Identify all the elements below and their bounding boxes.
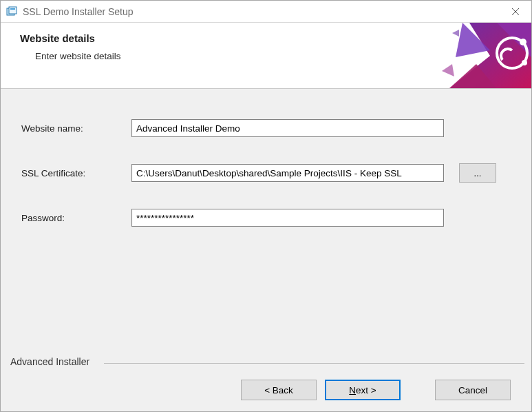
wizard-footer: Advanced Installer < Back Next > Cancel xyxy=(1,356,531,411)
website-name-label: Website name: xyxy=(21,123,131,134)
back-button-label: < Back xyxy=(264,385,293,395)
ssl-certificate-input[interactable] xyxy=(131,164,444,182)
app-icon xyxy=(6,6,17,17)
titlebar: SSL Demo Installer Setup xyxy=(1,1,531,23)
divider xyxy=(104,363,524,364)
next-button[interactable]: Next > xyxy=(325,380,401,400)
wizard-body: Website name: SSL Certificate: ... Passw… xyxy=(1,89,531,356)
ssl-certificate-label: SSL Certificate: xyxy=(21,168,131,178)
password-label: Password: xyxy=(21,213,131,223)
website-name-input[interactable] xyxy=(131,119,444,137)
button-bar: < Back Next > Cancel xyxy=(8,380,511,400)
svg-marker-12 xyxy=(452,30,459,37)
brand-text: Advanced Installer xyxy=(10,356,89,367)
svg-rect-1 xyxy=(9,7,17,14)
row-password: Password: xyxy=(21,209,511,227)
window-title: SSL Demo Installer Setup xyxy=(23,6,500,17)
button-gap xyxy=(409,380,427,400)
cancel-button-label: Cancel xyxy=(458,385,487,395)
back-button[interactable]: < Back xyxy=(241,380,317,400)
installer-window: SSL Demo Installer Setup Website details… xyxy=(0,0,532,412)
cancel-button[interactable]: Cancel xyxy=(435,380,511,400)
svg-point-11 xyxy=(522,60,527,65)
svg-rect-2 xyxy=(10,8,15,10)
next-button-label: Next > xyxy=(349,385,376,395)
browse-button[interactable]: ... xyxy=(459,163,496,183)
svg-point-10 xyxy=(520,39,526,45)
svg-marker-13 xyxy=(442,64,454,76)
password-input[interactable] xyxy=(131,209,444,227)
brand-label: Advanced Installer xyxy=(8,356,511,367)
row-website-name: Website name: xyxy=(21,119,511,137)
close-button[interactable] xyxy=(500,1,531,22)
banner-graphic xyxy=(414,23,531,89)
wizard-header: Website details Enter website details xyxy=(1,23,531,89)
row-ssl-certificate: SSL Certificate: ... xyxy=(21,163,511,183)
